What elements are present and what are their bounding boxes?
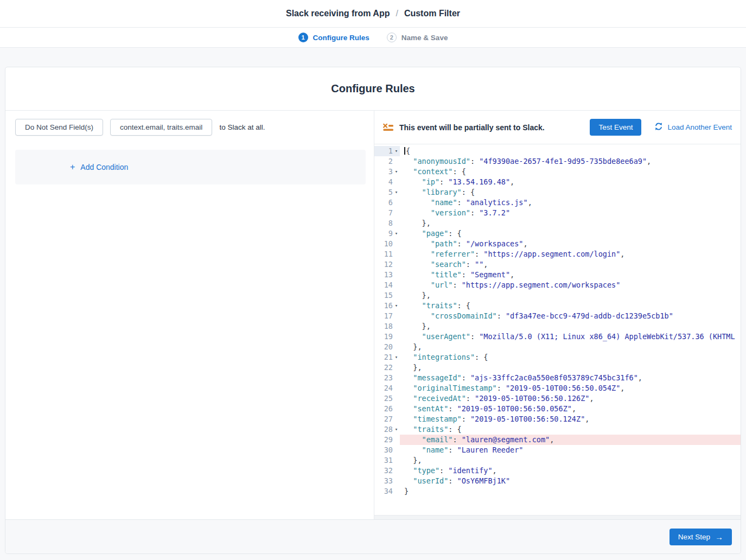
code-line: 5▾ "library": { xyxy=(374,187,741,198)
test-event-button[interactable]: Test Event xyxy=(590,119,641,136)
line-number: 33 xyxy=(384,476,393,486)
top-bar: Slack receiving from App / Custom Filter xyxy=(0,0,746,28)
add-condition-button[interactable]: + Add Condition xyxy=(70,163,128,171)
code-text: "traits": { xyxy=(400,301,741,311)
line-number: 30 xyxy=(384,445,393,455)
code-line: 23 "messageId": "ajs-33ffc2ac0a550e8f053… xyxy=(374,373,741,383)
code-text: "search": "", xyxy=(400,259,741,270)
code-line: 25 "receivedAt": "2019-05-10T00:56:50.12… xyxy=(374,393,741,404)
steps-bar: 1 Configure Rules 2 Name & Save xyxy=(0,28,746,48)
preview-header: This event will be partially sent to Sla… xyxy=(374,111,741,144)
code-text: "integrations": { xyxy=(400,352,741,362)
fold-arrow-icon[interactable]: ▾ xyxy=(393,301,400,311)
code-text: "email": "lauren@segment.com", xyxy=(400,435,741,445)
load-another-event-label: Load Another Event xyxy=(667,123,732,131)
line-number: 26 xyxy=(384,404,393,414)
code-line: 33 "userId": "OsY6MFBj1K" xyxy=(374,476,741,486)
breadcrumb-link-destination[interactable]: Slack receiving from App xyxy=(286,9,390,18)
line-number: 8 xyxy=(388,218,393,228)
line-number: 20 xyxy=(384,342,393,352)
code-line: 20 }, xyxy=(374,342,741,352)
breadcrumb-current: Custom Filter xyxy=(404,9,460,18)
add-condition-label: Add Condition xyxy=(80,163,128,171)
rule-row: Do Not Send Field(s) context.email, trai… xyxy=(15,119,374,136)
next-step-button[interactable]: Next Step → xyxy=(670,529,732,545)
code-line: 18 }, xyxy=(374,321,741,332)
code-line: 32 "type": "identify", xyxy=(374,466,741,476)
code-text: "messageId": "ajs-33ffc2ac0a550e8f053789… xyxy=(400,373,741,383)
code-line: 10 "path": "/workspaces", xyxy=(374,239,741,249)
code-line: 24 "originalTimestamp": "2019-05-10T00:5… xyxy=(374,383,741,393)
fold-arrow-icon[interactable]: ▾ xyxy=(393,146,400,156)
step-name-and-save[interactable]: 2 Name & Save xyxy=(387,33,448,42)
code-text: "crossDomainId": "df3a47ee-bcc9-479d-add… xyxy=(400,311,741,321)
line-number: 13 xyxy=(384,270,393,280)
horizontal-scrollbar[interactable] xyxy=(374,515,741,519)
code-line: 29 "email": "lauren@segment.com", xyxy=(374,435,741,445)
step-2-label: Name & Save xyxy=(401,34,448,42)
event-preview-panel: This event will be partially sent to Sla… xyxy=(374,111,741,519)
code-line: 13 "title": "Segment", xyxy=(374,270,741,280)
code-line: 14 "url": "https://app.segment.com/works… xyxy=(374,280,741,290)
code-line: 6 "name": "analytics.js", xyxy=(374,198,741,208)
step-1-label: Configure Rules xyxy=(313,34,369,42)
code-text: "anonymousId": "4f9390ae-2657-4fe1-9d95-… xyxy=(400,156,741,167)
code-text: "sentAt": "2019-05-10T00:56:50.056Z", xyxy=(400,404,741,414)
code-editor[interactable]: 1▾{2 "anonymousId": "4f9390ae-2657-4fe1-… xyxy=(374,144,741,515)
fold-arrow-icon[interactable]: ▾ xyxy=(393,167,400,177)
line-number: 27 xyxy=(384,414,393,424)
line-number: 22 xyxy=(384,362,393,373)
line-number: 7 xyxy=(388,208,393,218)
code-line: 31 }, xyxy=(374,455,741,466)
line-number: 11 xyxy=(384,249,393,259)
next-step-label: Next Step xyxy=(678,533,710,541)
code-line: 30 "name": "Lauren Reeder" xyxy=(374,445,741,455)
line-number: 16 xyxy=(384,301,393,311)
code-text: }, xyxy=(400,455,741,466)
code-text: } xyxy=(400,486,741,497)
rule-fields-button[interactable]: context.email, traits.email xyxy=(110,119,212,136)
code-text: "name": "analytics.js", xyxy=(400,198,741,208)
code-text: { xyxy=(400,146,741,156)
rule-builder-panel: Do Not Send Field(s) context.email, trai… xyxy=(5,111,374,519)
load-another-event-button[interactable]: Load Another Event xyxy=(654,122,732,132)
code-line: 1▾{ xyxy=(374,146,741,156)
line-number: 17 xyxy=(384,311,393,321)
line-number: 1 xyxy=(388,146,393,156)
code-text: "version": "3.7.2" xyxy=(400,208,741,218)
fold-arrow-icon[interactable]: ▾ xyxy=(393,352,400,362)
code-line: 27 "timestamp": "2019-05-10T00:56:50.124… xyxy=(374,414,741,424)
code-line: 8 }, xyxy=(374,218,741,228)
preview-actions: Test Event Load Another Event xyxy=(590,119,732,136)
arrow-right-icon: → xyxy=(715,533,723,541)
line-number: 12 xyxy=(384,259,393,270)
code-line: 22 }, xyxy=(374,362,741,373)
page-title: Configure Rules xyxy=(331,82,415,95)
card-body: Do Not Send Field(s) context.email, trai… xyxy=(5,111,741,519)
code-text: "originalTimestamp": "2019-05-10T00:56:5… xyxy=(400,383,741,393)
line-number: 9 xyxy=(388,228,393,239)
line-number: 25 xyxy=(384,393,393,404)
code-line: 4 "ip": "13.54.169.48", xyxy=(374,177,741,187)
code-line: 28▾ "traits": { xyxy=(374,424,741,435)
step-configure-rules[interactable]: 1 Configure Rules xyxy=(298,33,369,42)
code-text: "timestamp": "2019-05-10T00:56:50.124Z", xyxy=(400,414,741,424)
line-number: 23 xyxy=(384,373,393,383)
rule-action-button[interactable]: Do Not Send Field(s) xyxy=(15,119,103,136)
line-number: 31 xyxy=(384,455,393,466)
code-text: "page": { xyxy=(400,228,741,239)
line-number: 34 xyxy=(384,486,393,497)
code-text: "type": "identify", xyxy=(400,466,741,476)
code-line: 9▾ "page": { xyxy=(374,228,741,239)
code-text: "url": "https://app.segment.com/workspac… xyxy=(400,280,741,290)
code-text: }, xyxy=(400,321,741,332)
fold-arrow-icon[interactable]: ▾ xyxy=(393,424,400,435)
breadcrumb-separator: / xyxy=(396,9,398,18)
code-line: 12 "search": "", xyxy=(374,259,741,270)
line-number: 19 xyxy=(384,332,393,342)
fold-arrow-icon[interactable]: ▾ xyxy=(393,187,400,198)
code-line: 16▾ "traits": { xyxy=(374,301,741,311)
line-number: 24 xyxy=(384,383,393,393)
fold-arrow-icon[interactable]: ▾ xyxy=(393,228,400,239)
code-text: "userId": "OsY6MFBj1K" xyxy=(400,476,741,486)
